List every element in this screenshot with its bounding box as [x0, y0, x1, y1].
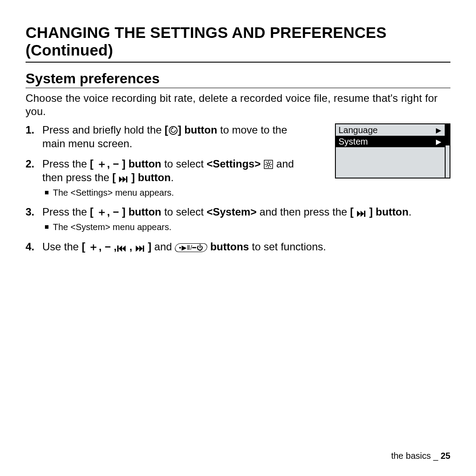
- bullet-square-icon: [45, 191, 48, 194]
- nav-buttons-label: [ ＋, − , , ]: [82, 241, 151, 253]
- step-2: Press the [ ＋, − ] button to select <Set…: [26, 157, 307, 198]
- device-scrollbar: [445, 124, 450, 178]
- next-button-label: [ ] button: [112, 171, 171, 183]
- page-footer: the basics _ 25: [391, 451, 450, 461]
- text: .: [171, 171, 174, 183]
- system-label: <System>: [207, 206, 257, 218]
- play-pause-power-button-icon: •▶Ⅱ/━⏻: [174, 243, 208, 252]
- svg-rect-13: [117, 245, 119, 252]
- chevron-right-icon: ▶: [436, 126, 441, 134]
- plus-minus-button-label: [ ＋, − ] button: [90, 206, 161, 218]
- svg-point-0: [169, 126, 177, 134]
- step-4: Use the [ ＋, − , , ] and •▶Ⅱ/━⏻ buttons …: [26, 240, 450, 254]
- device-menu-item-language: Language ▶: [336, 124, 445, 136]
- svg-point-2: [267, 163, 270, 166]
- settings-gear-icon: [264, 160, 273, 169]
- text: .: [409, 206, 412, 218]
- text-bold: [] button: [165, 124, 217, 136]
- svg-line-7: [266, 162, 267, 163]
- footer-section: the basics: [391, 451, 431, 461]
- step-3: Press the [ ＋, − ] button to select <Sys…: [26, 205, 450, 233]
- device-menu-label: System: [338, 137, 368, 147]
- page-title: CHANGING THE SETTINGS AND PREFERENCES (C…: [26, 24, 450, 63]
- text: and then press the: [257, 206, 350, 218]
- text: Press the: [42, 158, 90, 170]
- text-bold: buttons: [210, 241, 249, 253]
- device-menu-label: Language: [338, 125, 378, 135]
- svg-line-10: [266, 166, 267, 167]
- sub-text: The <Settings> menu appears.: [53, 187, 174, 199]
- bullet-square-icon: [45, 225, 48, 229]
- text: and: [151, 241, 175, 253]
- svg-line-9: [270, 162, 271, 163]
- next-track-icon: [119, 176, 128, 183]
- device-menu-item-system: System ▶: [336, 136, 445, 147]
- step-3-sub: The <System> menu appears.: [42, 222, 450, 233]
- svg-rect-11: [126, 176, 127, 182]
- next-button-label: [ ] button: [350, 206, 409, 218]
- svg-line-8: [270, 166, 271, 167]
- text: Press and briefly hold the: [42, 124, 165, 136]
- step-1: Press and briefly hold the [] button to …: [26, 123, 307, 150]
- next-track-icon: [135, 245, 145, 252]
- text: Use the: [42, 241, 82, 253]
- text: Press the: [42, 206, 90, 218]
- section-heading: System preferences: [26, 71, 450, 88]
- body-row: Language ▶ System ▶ Press and briefly ho…: [26, 123, 450, 254]
- footer-separator: _: [433, 451, 438, 461]
- device-screen: Language ▶ System ▶: [335, 123, 450, 178]
- scrollbar-track: [446, 145, 450, 178]
- text: to select: [161, 206, 207, 218]
- text: to set functions.: [249, 241, 326, 253]
- intro-paragraph: Choose the voice recording bit rate, del…: [26, 92, 450, 118]
- back-circle-icon: [168, 126, 178, 135]
- step-2-sub: The <Settings> menu appears.: [42, 187, 307, 199]
- chevron-right-icon: ▶: [436, 138, 441, 146]
- scrollbar-thumb: [446, 124, 450, 145]
- next-track-icon: [357, 210, 366, 217]
- prev-track-icon: [117, 245, 126, 252]
- device-menu-list: Language ▶ System ▶: [336, 124, 445, 178]
- sub-text: The <System> menu appears.: [53, 222, 171, 233]
- plus-minus-button-label: [ ＋, − ] button: [90, 158, 161, 170]
- manual-page: CHANGING THE SETTINGS AND PREFERENCES (C…: [0, 0, 476, 476]
- text: to select: [161, 158, 207, 170]
- settings-label: <Settings>: [207, 158, 261, 170]
- svg-rect-14: [143, 245, 144, 252]
- svg-rect-12: [364, 211, 365, 217]
- page-number: 25: [441, 451, 450, 461]
